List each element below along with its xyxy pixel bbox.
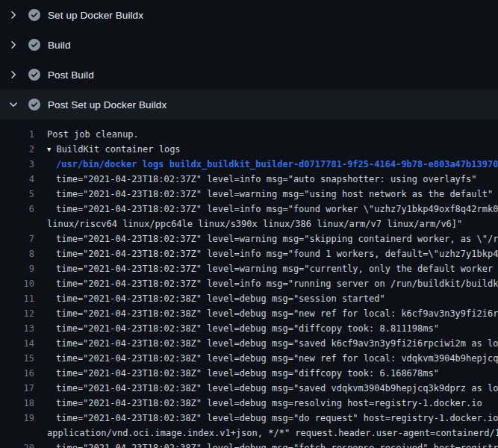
log-group-label: BuildKit container logs bbox=[56, 144, 180, 155]
step-header-post-build[interactable]: Post Build bbox=[0, 60, 498, 90]
log-text: time="2021-04-23T18:02:37Z" level=info m… bbox=[34, 276, 498, 291]
log-text: time="2021-04-23T18:02:38Z" level=debug … bbox=[34, 336, 498, 351]
step-header-build[interactable]: Build bbox=[0, 30, 498, 60]
line-number[interactable]: 2 bbox=[0, 142, 34, 157]
line-number[interactable]: 3 bbox=[0, 157, 34, 172]
log-text: time="2021-04-23T18:02:38Z" level=debug … bbox=[34, 366, 439, 381]
log-line-10: 10time="2021-04-23T18:02:37Z" level=info… bbox=[0, 276, 498, 291]
log-line-7: 7time="2021-04-23T18:02:37Z" level=warni… bbox=[0, 231, 498, 246]
chevron-down-icon bbox=[7, 99, 19, 111]
line-number[interactable]: 5 bbox=[0, 187, 34, 202]
line-number[interactable]: 4 bbox=[0, 172, 34, 187]
log-line-14: 14time="2021-04-23T18:02:38Z" level=debu… bbox=[0, 336, 498, 351]
success-check-circle-icon bbox=[28, 39, 40, 51]
line-number[interactable]: 11 bbox=[0, 291, 34, 306]
triangle-down-icon: ▼ bbox=[47, 142, 51, 157]
log-text: time="2021-04-23T18:02:38Z" level=debug … bbox=[34, 411, 498, 426]
log-line-2: 2▼BuildKit container logs bbox=[0, 142, 498, 157]
log-text: time="2021-04-23T18:02:38Z" level=debug … bbox=[34, 441, 498, 448]
log-group-toggle[interactable]: ▼BuildKit container logs bbox=[47, 144, 181, 155]
log-text: time="2021-04-23T18:02:38Z" level=debug … bbox=[34, 291, 385, 306]
log-line-8: 8time="2021-04-23T18:02:37Z" level=info … bbox=[0, 246, 498, 261]
step-label: Post Build bbox=[48, 69, 94, 81]
step-header-post-set-up-docker-buildx[interactable]: Post Set up Docker Buildx bbox=[0, 90, 498, 119]
log-text: time="2021-04-23T18:02:37Z" level=warnin… bbox=[34, 261, 498, 276]
line-number[interactable]: 16 bbox=[0, 366, 34, 381]
line-number[interactable]: 13 bbox=[0, 321, 34, 336]
step-label: Set up Docker Buildx bbox=[48, 10, 143, 21]
success-check-circle-icon bbox=[28, 9, 40, 21]
log-text: time="2021-04-23T18:02:37Z" level=warnin… bbox=[34, 231, 498, 246]
chevron-right-icon bbox=[7, 39, 19, 51]
log-line-11: 11time="2021-04-23T18:02:38Z" level=debu… bbox=[0, 291, 498, 306]
log-line-5: 5time="2021-04-23T18:02:37Z" level=warni… bbox=[0, 187, 498, 202]
log-text: linux/riscv64 linux/ppc64le linux/s390x … bbox=[34, 217, 462, 231]
log-line-18: 18time="2021-04-23T18:02:38Z" level=debu… bbox=[0, 396, 498, 411]
log-text: application/vnd.oci.image.index.v1+json,… bbox=[34, 426, 498, 441]
log-line-4: 4time="2021-04-23T18:02:37Z" level=info … bbox=[0, 172, 498, 187]
line-number[interactable]: 18 bbox=[0, 396, 34, 411]
log-line-15: 15time="2021-04-23T18:02:38Z" level=debu… bbox=[0, 351, 498, 366]
log-line-3: 3/usr/bin/docker logs buildx_buildkit_bu… bbox=[0, 157, 498, 172]
line-number[interactable]: 1 bbox=[0, 127, 34, 142]
chevron-right-icon bbox=[7, 69, 19, 81]
log-text: time="2021-04-23T18:02:38Z" level=debug … bbox=[34, 306, 498, 321]
line-number[interactable]: 14 bbox=[0, 336, 34, 351]
log-text: time="2021-04-23T18:02:38Z" level=debug … bbox=[34, 396, 482, 411]
log-line-wrap: linux/riscv64 linux/ppc64le linux/s390x … bbox=[0, 217, 498, 231]
log-text: time="2021-04-23T18:02:38Z" level=debug … bbox=[34, 351, 498, 366]
line-number[interactable]: 6 bbox=[0, 202, 34, 217]
log-text: time="2021-04-23T18:02:37Z" level=warnin… bbox=[34, 187, 493, 202]
line-number[interactable]: 20 bbox=[0, 441, 34, 448]
log-text: time="2021-04-23T18:02:37Z" level=info m… bbox=[34, 246, 498, 261]
step-label: Post Set up Docker Buildx bbox=[48, 99, 166, 111]
chevron-right-icon bbox=[7, 9, 19, 21]
line-number[interactable]: 19 bbox=[0, 411, 34, 426]
log-line-wrap: application/vnd.oci.image.index.v1+json,… bbox=[0, 426, 498, 441]
log-line-9: 9time="2021-04-23T18:02:37Z" level=warni… bbox=[0, 261, 498, 276]
line-number[interactable]: 10 bbox=[0, 276, 34, 291]
line-number bbox=[0, 426, 34, 441]
actions-log-viewer: { "theme": { "bg": "#0d1117", "row_highl… bbox=[0, 0, 498, 448]
step-header-set-up-docker-buildx[interactable]: Set up Docker Buildx bbox=[0, 0, 498, 30]
step-label: Build bbox=[48, 40, 71, 51]
line-number bbox=[0, 217, 34, 231]
log-line-1: 1Post job cleanup. bbox=[0, 127, 498, 142]
log-command-text: /usr/bin/docker logs buildx_buildkit_bui… bbox=[34, 157, 498, 172]
log-area: 1Post job cleanup.2▼BuildKit container l… bbox=[0, 119, 498, 448]
line-number[interactable]: 12 bbox=[0, 306, 34, 321]
line-number[interactable]: 8 bbox=[0, 246, 34, 261]
log-text: Post job cleanup. bbox=[34, 127, 139, 142]
log-group-row-text: ▼BuildKit container logs bbox=[34, 142, 181, 157]
line-number[interactable]: 7 bbox=[0, 231, 34, 246]
success-check-circle-icon bbox=[28, 99, 40, 111]
log-text: time="2021-04-23T18:02:37Z" level=info m… bbox=[34, 202, 498, 217]
log-text: time="2021-04-23T18:02:37Z" level=info m… bbox=[34, 172, 477, 187]
log-line-19: 19time="2021-04-23T18:02:38Z" level=debu… bbox=[0, 411, 498, 426]
log-text: time="2021-04-23T18:02:38Z" level=debug … bbox=[34, 321, 439, 336]
log-line-17: 17time="2021-04-23T18:02:38Z" level=debu… bbox=[0, 381, 498, 396]
success-check-circle-icon bbox=[28, 69, 40, 81]
line-number[interactable]: 15 bbox=[0, 351, 34, 366]
log-line-16: 16time="2021-04-23T18:02:38Z" level=debu… bbox=[0, 366, 498, 381]
log-line-6: 6time="2021-04-23T18:02:37Z" level=info … bbox=[0, 202, 498, 217]
line-number[interactable]: 9 bbox=[0, 261, 34, 276]
log-line-12: 12time="2021-04-23T18:02:38Z" level=debu… bbox=[0, 306, 498, 321]
log-text: time="2021-04-23T18:02:38Z" level=debug … bbox=[34, 381, 498, 396]
line-number[interactable]: 17 bbox=[0, 381, 34, 396]
steps-list: Set up Docker BuildxBuildPost BuildPost … bbox=[0, 0, 498, 119]
log-line-20: 20time="2021-04-23T18:02:38Z" level=debu… bbox=[0, 441, 498, 448]
log-line-13: 13time="2021-04-23T18:02:38Z" level=debu… bbox=[0, 321, 498, 336]
